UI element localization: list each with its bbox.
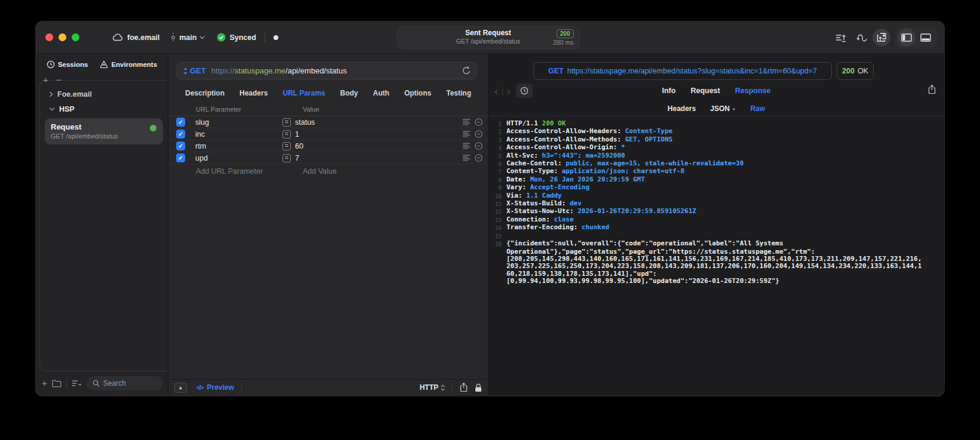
collapse-panel-button[interactable]: ▲ xyxy=(174,383,187,393)
row-menu-icon[interactable] xyxy=(463,131,471,137)
line-number: 16 xyxy=(491,240,502,248)
import-request-button[interactable] xyxy=(873,29,890,47)
project-selector[interactable]: foe.email xyxy=(112,33,159,42)
tab-info[interactable]: Info xyxy=(662,87,676,95)
response-status-text: OK xyxy=(858,67,868,75)
response-raw-view[interactable]: 1HTTP/1.1 200 OK2Access-Control-Allow-He… xyxy=(489,116,944,395)
branch-selector[interactable]: main xyxy=(170,33,205,42)
sent-request-url-box[interactable]: GET https://statuspage.me/api/embed/stat… xyxy=(533,62,832,80)
param-row-icons xyxy=(463,154,483,162)
zoom-window-button[interactable] xyxy=(72,33,79,41)
toggle-bottom-panel-button[interactable] xyxy=(917,29,935,47)
line-text: Access-Control-Allow-Headers: Content-Ty… xyxy=(506,128,672,136)
line-number: 15 xyxy=(491,232,502,240)
sent-request-status-pill[interactable]: Sent Request GET /api/embed/status 200 2… xyxy=(397,26,579,49)
tab-headers[interactable]: Headers xyxy=(239,89,268,97)
line-number: 3 xyxy=(491,136,502,144)
response-tabs: InfoRequestResponse xyxy=(662,87,771,95)
line-number xyxy=(491,248,502,256)
add-url-parameter-placeholder[interactable]: Add URL Parameter xyxy=(196,167,303,176)
tab-environments[interactable]: Environments xyxy=(100,60,157,69)
history-back-button[interactable]: ‹ xyxy=(494,86,498,96)
remove-row-icon[interactable] xyxy=(475,118,483,126)
row-menu-icon[interactable] xyxy=(463,119,471,125)
param-value[interactable]: status xyxy=(295,118,463,127)
add-param-row[interactable]: Add URL Parameter Add Value xyxy=(168,164,488,179)
sent-request-subtitle: GET /api/embed/status xyxy=(397,38,579,45)
remove-row-icon[interactable] xyxy=(475,130,483,138)
remove-session-button[interactable]: − xyxy=(56,76,62,84)
tab-sessions[interactable]: Sessions xyxy=(47,60,88,69)
search-input[interactable] xyxy=(103,379,157,387)
param-checkbox[interactable]: ✓ xyxy=(176,153,185,162)
code-line: 12X-Status-Now-Utc: 2026-01-26T20:29:59.… xyxy=(491,208,939,216)
app-window: foe.email main Synced Sent xyxy=(36,21,944,396)
subtab-raw[interactable]: Raw xyxy=(750,104,765,113)
param-value[interactable]: 60 xyxy=(295,142,463,150)
share-icon[interactable] xyxy=(460,383,468,392)
loop-arrows-button[interactable] xyxy=(852,29,870,47)
code-line: 10Via: 1.1 Caddy xyxy=(491,192,939,200)
history-button[interactable] xyxy=(516,84,533,98)
param-checkbox[interactable]: ✓ xyxy=(176,118,185,127)
add-item-button[interactable]: + xyxy=(42,379,47,387)
protocol-selector[interactable]: HTTP xyxy=(420,383,445,392)
row-menu-icon[interactable] xyxy=(463,143,471,149)
minimize-window-button[interactable] xyxy=(59,33,66,41)
tree-item-hsp[interactable]: HSP xyxy=(40,101,168,116)
sent-method: GET xyxy=(548,67,564,75)
add-value-placeholder[interactable]: Add Value xyxy=(303,167,337,176)
tree-item-foe-email[interactable]: Foe.email xyxy=(40,87,168,101)
tree-item-label: Foe.email xyxy=(57,90,92,99)
param-row-upd: ✓upd=7 xyxy=(168,152,488,164)
sync-label: Synced xyxy=(229,33,256,42)
new-folder-icon[interactable] xyxy=(52,379,62,387)
url-path: /api/embed/status xyxy=(285,66,347,75)
param-value[interactable]: 1 xyxy=(295,130,463,139)
resend-request-icon[interactable] xyxy=(462,66,471,75)
sidebar-search[interactable] xyxy=(87,376,163,390)
tab-description[interactable]: Description xyxy=(185,89,225,97)
tab-options[interactable]: Options xyxy=(404,89,431,97)
param-name[interactable]: upd xyxy=(195,154,282,162)
sort-filter-icon[interactable] xyxy=(72,380,82,387)
tab-url-params[interactable]: URL Params xyxy=(282,89,325,97)
toggle-sidebar-button[interactable] xyxy=(898,29,916,47)
remove-row-icon[interactable] xyxy=(475,142,483,150)
sync-status[interactable]: Synced xyxy=(217,33,256,42)
tab-testing[interactable]: Testing xyxy=(446,89,471,97)
line-text: Transfer-Encoding: chunked xyxy=(506,224,609,232)
param-name[interactable]: slug xyxy=(195,118,282,127)
request-tabs: DescriptionHeadersURL ParamsBodyAuthOpti… xyxy=(168,83,488,103)
tab-request[interactable]: Request xyxy=(690,87,720,95)
subtab-headers[interactable]: Headers xyxy=(668,104,696,113)
request-method[interactable]: GET xyxy=(190,66,206,75)
param-checkbox[interactable]: ✓ xyxy=(176,141,185,150)
request-url[interactable]: https://statuspage.me/api/embed/status xyxy=(211,66,347,75)
param-name[interactable]: rtm xyxy=(195,142,282,150)
response-subtabs: HeadersJSON⌄Raw xyxy=(489,101,944,116)
remove-row-icon[interactable] xyxy=(475,154,483,162)
subtab-json[interactable]: JSON⌄ xyxy=(710,104,736,113)
export-list-button[interactable] xyxy=(832,29,850,47)
lock-icon[interactable] xyxy=(475,383,482,392)
row-menu-icon[interactable] xyxy=(463,155,471,161)
tab-response[interactable]: Response xyxy=(735,87,771,95)
param-name[interactable]: inc xyxy=(195,130,282,139)
request-list-item-selected[interactable]: Request GET /api/embed/status xyxy=(45,118,163,144)
method-stepper-icon[interactable] xyxy=(183,67,188,75)
tab-auth[interactable]: Auth xyxy=(373,89,389,97)
line-text: X-Status-Now-Utc: 2026-01-26T20:29:59.85… xyxy=(506,208,696,216)
tab-body[interactable]: Body xyxy=(340,89,358,97)
share-response-icon[interactable] xyxy=(928,85,936,94)
request-url-bar[interactable]: GET https://statuspage.me/api/embed/stat… xyxy=(177,62,477,79)
param-value[interactable]: 7 xyxy=(295,154,463,162)
code-line: 8Date: Mon, 26 Jan 2026 20:29:59 GMT xyxy=(491,176,939,184)
preview-button[interactable]: </> Preview xyxy=(196,383,234,392)
add-session-button[interactable]: + xyxy=(43,76,48,84)
close-window-button[interactable] xyxy=(45,33,53,41)
params-table-header: URL Parameter Value xyxy=(168,103,488,116)
code-line: 11X-Status-Build: dev xyxy=(491,200,939,208)
history-forward-button[interactable]: › xyxy=(507,86,511,96)
param-checkbox[interactable]: ✓ xyxy=(176,130,185,139)
